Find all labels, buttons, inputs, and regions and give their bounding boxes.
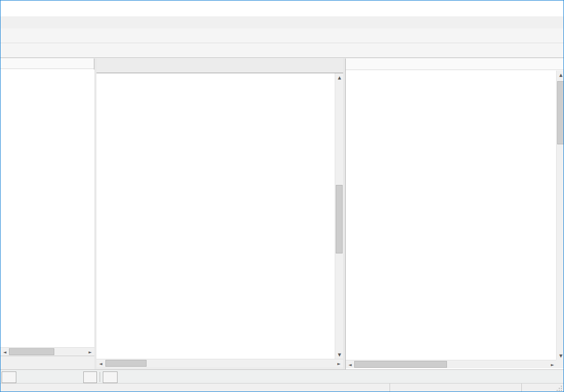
status-bar	[1, 383, 563, 391]
project-hscrollbar[interactable]: ◄ ►	[1, 347, 94, 356]
scrollbar-corner	[556, 360, 564, 368]
uart-vscrollbar[interactable]: ▲ ▼	[556, 71, 564, 360]
resize-grip-icon[interactable]	[556, 385, 562, 391]
scroll-up-icon[interactable]: ▲	[335, 73, 344, 82]
editor-hscrollbar[interactable]: ◄ ►	[96, 359, 343, 367]
pin-icon[interactable]	[544, 60, 553, 68]
editor: ▲ ▼ ◄ ►	[96, 58, 343, 369]
scroll-down-icon[interactable]: ▼	[335, 350, 344, 359]
title-bar	[1, 1, 563, 16]
scroll-right-icon[interactable]: ►	[335, 359, 343, 368]
scroll-left-icon[interactable]: ◄	[96, 359, 105, 368]
memory-window-button[interactable]	[83, 371, 97, 383]
scroll-left-icon[interactable]: ◄	[1, 348, 9, 356]
tab-command[interactable]	[103, 371, 118, 383]
project-panel: ◄ ►	[1, 58, 94, 369]
scroll-down-icon[interactable]: ▼	[557, 351, 564, 360]
uart-hscrollbar[interactable]: ◄ ►	[346, 360, 557, 368]
scroll-right-icon[interactable]: ►	[86, 348, 94, 356]
scroll-thumb[interactable]	[105, 360, 147, 367]
close-panel-button[interactable]	[555, 60, 563, 68]
status-time-cell	[521, 384, 556, 392]
scroll-thumb[interactable]	[336, 185, 343, 253]
status-mode-cell	[390, 384, 521, 392]
project-tree	[1, 70, 94, 347]
scroll-thumb[interactable]	[557, 81, 564, 144]
pin-icon[interactable]	[74, 60, 82, 67]
uart-console[interactable]	[346, 71, 557, 360]
tab-call-stack-locals[interactable]	[2, 371, 16, 383]
scroll-right-icon[interactable]: ►	[548, 360, 557, 369]
uvision-window: ◄ ► ▲ ▼ ◄ ► ▲	[0, 0, 564, 392]
close-panel-button[interactable]	[84, 60, 92, 67]
bottom-dock-bar	[1, 369, 563, 383]
editor-vscrollbar[interactable]: ▲ ▼	[335, 73, 343, 359]
uvision-logo-icon	[5, 4, 14, 13]
editor-tab-bar	[96, 58, 343, 73]
menu-bar	[1, 16, 563, 28]
scroll-thumb[interactable]	[9, 348, 54, 355]
project-panel-tabs	[1, 356, 94, 369]
uart-panel: ▲ ▼ ◄ ►	[345, 58, 564, 369]
file-toolbar	[1, 28, 563, 43]
scroll-thumb[interactable]	[354, 361, 447, 368]
project-panel-header	[1, 58, 94, 69]
dock-separator	[100, 372, 100, 382]
scroll-left-icon[interactable]: ◄	[346, 360, 354, 369]
debug-toolbar	[1, 43, 563, 58]
code-editor[interactable]	[96, 73, 335, 359]
uart-panel-header	[346, 58, 564, 70]
scroll-up-icon[interactable]: ▲	[557, 71, 564, 79]
